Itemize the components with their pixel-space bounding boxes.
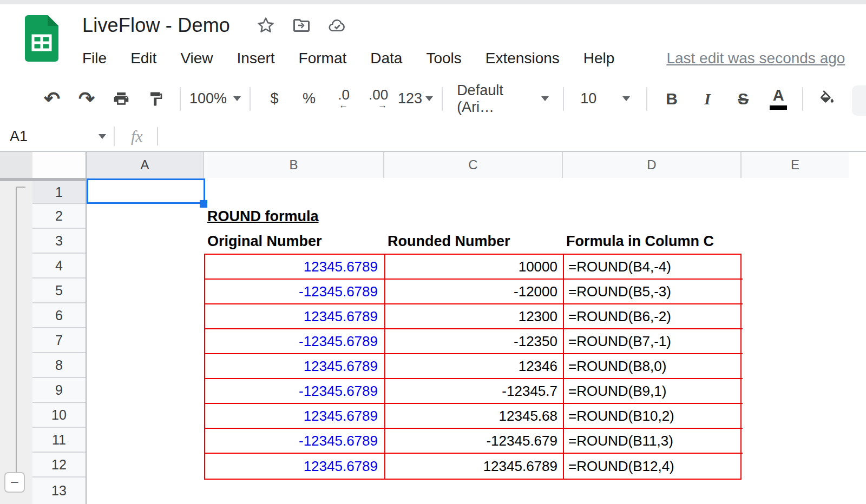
cell-c8[interactable]: 12346 xyxy=(385,354,564,379)
strikethrough-button[interactable]: S xyxy=(727,84,759,114)
menu-tools[interactable]: Tools xyxy=(426,50,461,67)
last-edit-link[interactable]: Last edit was seconds ago xyxy=(666,50,845,67)
row-header-7[interactable]: 7 xyxy=(32,328,86,353)
column-header-c[interactable]: C xyxy=(384,152,563,178)
chevron-down-icon xyxy=(541,96,549,101)
redo-button[interactable]: ↷ xyxy=(71,84,102,114)
cell-b8[interactable]: 12345.6789 xyxy=(205,354,385,379)
toolbar-overflow-edge xyxy=(852,85,866,116)
row-header-1[interactable]: 1 xyxy=(32,181,86,204)
cell-c6[interactable]: 12300 xyxy=(385,304,564,329)
formula-bar: A1 fx xyxy=(0,122,866,152)
toolbar-divider xyxy=(802,87,803,111)
cell-b9[interactable]: -12345.6789 xyxy=(205,379,385,404)
row-header-11[interactable]: 11 xyxy=(32,428,86,453)
more-formats-button[interactable]: 123 xyxy=(398,84,433,114)
cell-c12[interactable]: 12345.6789 xyxy=(385,454,564,479)
toolbar-divider xyxy=(250,87,251,111)
cell-c11[interactable]: -12345.679 xyxy=(385,429,564,454)
menu-extensions[interactable]: Extensions xyxy=(486,50,560,67)
menu-file[interactable]: File xyxy=(82,50,107,67)
row-header-6[interactable]: 6 xyxy=(32,303,86,328)
cell-b4[interactable]: 12345.6789 xyxy=(205,255,385,280)
format-percent-button[interactable]: % xyxy=(294,84,324,114)
move-folder-icon[interactable] xyxy=(292,16,311,35)
cell-b10[interactable]: 12345.6789 xyxy=(205,404,385,429)
document-title[interactable]: LiveFlow - Demo xyxy=(82,14,230,37)
print-button[interactable] xyxy=(106,84,136,114)
cell-c7[interactable]: -12350 xyxy=(385,329,564,354)
name-box[interactable]: A1 xyxy=(0,128,114,145)
increase-decimal-button[interactable]: .00→ xyxy=(363,84,393,114)
cell-d10[interactable]: =ROUND(B10,2) xyxy=(564,404,743,429)
cell-b6[interactable]: 12345.6789 xyxy=(205,304,385,329)
row-header-13[interactable]: 13 xyxy=(32,478,86,504)
cell-d4[interactable]: =ROUND(B4,-4) xyxy=(564,255,743,280)
row-header-12[interactable]: 12 xyxy=(32,453,86,478)
cell-b2-title[interactable]: ROUND formula xyxy=(207,204,319,229)
cell-d12[interactable]: =ROUND(B12,4) xyxy=(564,454,743,479)
decrease-decimal-button[interactable]: .0← xyxy=(329,84,359,114)
zoom-select[interactable]: 100% xyxy=(189,84,241,114)
menu-help[interactable]: Help xyxy=(583,50,615,67)
sheets-logo-icon[interactable] xyxy=(25,15,58,62)
cell-d7[interactable]: =ROUND(B7,-1) xyxy=(564,329,743,354)
collapse-group-button[interactable]: − xyxy=(4,472,25,493)
cell-b12[interactable]: 12345.6789 xyxy=(205,454,385,479)
font-size-select[interactable]: 10 xyxy=(573,84,638,114)
bold-button[interactable]: B xyxy=(656,84,687,114)
format-currency-button[interactable]: $ xyxy=(259,84,290,114)
cell-d6[interactable]: =ROUND(B6,-2) xyxy=(564,304,743,329)
cell-d3-header[interactable]: Formula in Column C xyxy=(566,229,714,254)
redo-icon: ↷ xyxy=(78,89,95,109)
cell-b5[interactable]: -12345.6789 xyxy=(205,280,385,304)
row-header-8[interactable]: 8 xyxy=(32,353,86,378)
column-header-b[interactable]: B xyxy=(204,152,384,178)
chevron-down-icon xyxy=(622,96,630,101)
cell-d8[interactable]: =ROUND(B8,0) xyxy=(564,354,743,379)
cell-d5[interactable]: =ROUND(B5,-3) xyxy=(564,280,743,304)
menu-format[interactable]: Format xyxy=(299,50,347,67)
fill-handle[interactable] xyxy=(200,200,207,208)
fx-icon: fx xyxy=(131,127,143,145)
column-header-d[interactable]: D xyxy=(563,152,742,178)
fill-color-button[interactable] xyxy=(812,84,842,114)
cell-d9[interactable]: =ROUND(B9,1) xyxy=(564,379,743,404)
row-header-5[interactable]: 5 xyxy=(32,278,86,303)
cell-d11[interactable]: =ROUND(B11,3) xyxy=(564,429,743,454)
row-header-2[interactable]: 2 xyxy=(32,204,86,229)
italic-button[interactable]: I xyxy=(692,84,723,114)
cell-c5[interactable]: -12000 xyxy=(385,280,564,304)
cell-c9[interactable]: -12345.7 xyxy=(385,379,564,404)
menu-edit[interactable]: Edit xyxy=(130,50,156,67)
cell-c3-header[interactable]: Rounded Number xyxy=(388,229,510,254)
menu-view[interactable]: View xyxy=(180,50,213,67)
menu-insert[interactable]: Insert xyxy=(237,50,275,67)
select-all-corner[interactable] xyxy=(32,152,87,178)
cloud-saved-icon[interactable] xyxy=(327,16,347,35)
text-color-button[interactable]: A xyxy=(763,84,793,114)
formula-input[interactable] xyxy=(158,122,866,151)
row-header-4[interactable]: 4 xyxy=(32,254,86,278)
selected-cell-a1[interactable] xyxy=(87,178,205,204)
column-header-e[interactable]: E xyxy=(742,152,849,178)
cell-c10[interactable]: 12345.68 xyxy=(385,404,564,429)
column-header-a[interactable]: A xyxy=(87,152,204,178)
paint-format-button[interactable] xyxy=(141,84,171,114)
font-family-select[interactable]: Default (Ari… xyxy=(451,84,554,114)
undo-button[interactable]: ↶ xyxy=(37,84,67,114)
column-headers: A B C D E xyxy=(87,152,849,178)
cell-b7[interactable]: -12345.6789 xyxy=(205,329,385,354)
cell-c4[interactable]: 10000 xyxy=(385,255,564,280)
star-icon[interactable] xyxy=(256,16,275,35)
spreadsheet-grid: A B C D E − 1 2 3 4 5 6 7 8 9 10 11 12 1… xyxy=(0,152,866,504)
cell-b3-header[interactable]: Original Number xyxy=(207,229,322,254)
row-header-3[interactable]: 3 xyxy=(32,229,86,254)
row-header-9[interactable]: 9 xyxy=(32,378,86,403)
fill-color-icon xyxy=(818,90,836,108)
row-group-gutter: − xyxy=(0,181,32,504)
menu-data[interactable]: Data xyxy=(370,50,402,67)
row-header-10[interactable]: 10 xyxy=(32,403,86,428)
menu-bar: File Edit View Insert Format Data Tools … xyxy=(82,50,845,67)
cell-b11[interactable]: -12345.6789 xyxy=(205,429,385,454)
